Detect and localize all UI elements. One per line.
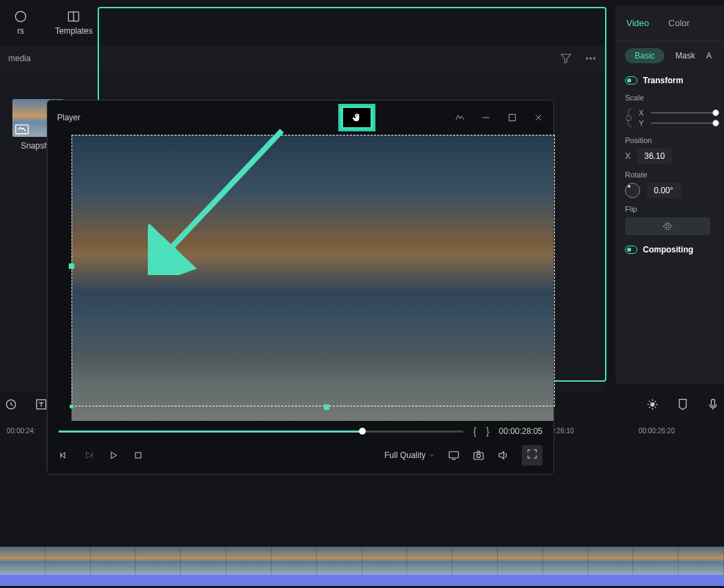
- video-track[interactable]: [0, 547, 724, 574]
- progress-bar: { } 00:00:28:05: [58, 424, 542, 438]
- scale-y-slider[interactable]: [651, 122, 716, 124]
- play-icon[interactable]: [108, 450, 119, 461]
- pan-tool-button[interactable]: [338, 104, 375, 131]
- player-controls: Full Quality: [58, 445, 542, 466]
- tool-icon-mic[interactable]: [706, 398, 720, 411]
- svg-marker-11: [61, 453, 65, 458]
- rotate-value[interactable]: 0.00°: [647, 183, 681, 198]
- quality-label: Full Quality: [384, 450, 426, 460]
- panel-tabs: Video Color: [615, 6, 724, 41]
- progress-track[interactable]: [58, 431, 463, 433]
- snapshot-icon: [14, 122, 30, 135]
- compositing-label: Compositing: [643, 245, 693, 254]
- more-icon[interactable]: [584, 52, 597, 65]
- position-x-value[interactable]: 36.10: [637, 149, 672, 164]
- maximize-icon[interactable]: [507, 112, 518, 123]
- stickers-label: rs: [17, 26, 24, 36]
- transform-toggle-row[interactable]: Transform: [625, 76, 714, 85]
- compositing-toggle[interactable]: [625, 246, 637, 254]
- svg-rect-26: [712, 400, 715, 406]
- progress-thumb[interactable]: [359, 428, 366, 435]
- properties-panel: Video Color Basic Mask A Transform Scale…: [615, 6, 724, 384]
- tool-icon-marker[interactable]: [676, 398, 690, 411]
- step-back-icon[interactable]: [58, 450, 69, 461]
- svg-point-0: [16, 12, 26, 22]
- svg-rect-22: [626, 116, 631, 121]
- scale-x-slider[interactable]: [651, 112, 716, 113]
- media-bar: media: [0, 45, 605, 72]
- scale-link-icon[interactable]: [625, 107, 635, 128]
- stop-icon[interactable]: [133, 450, 144, 461]
- scale-y-label: Y: [639, 119, 646, 127]
- svg-point-20: [476, 454, 480, 457]
- rotate-label: Rotate: [625, 171, 714, 179]
- mark-out-brace[interactable]: }: [486, 426, 490, 437]
- tool-icon-enhance[interactable]: [646, 398, 659, 411]
- flip-label: Flip: [625, 205, 714, 213]
- tab-color[interactable]: Color: [668, 18, 690, 28]
- compositing-toggle-row[interactable]: Compositing: [625, 245, 714, 254]
- ruler-tick-0: 00:00:24:: [7, 427, 36, 435]
- audio-track[interactable]: [0, 574, 724, 586]
- scale-x-label: X: [639, 109, 646, 117]
- close-icon[interactable]: [533, 112, 544, 123]
- flip-horizontal-button[interactable]: [625, 217, 710, 235]
- media-label: media: [8, 54, 31, 63]
- play-alt-icon[interactable]: [83, 450, 94, 461]
- pan-hand-icon: [351, 112, 362, 123]
- svg-rect-16: [135, 453, 141, 458]
- stickers-tab[interactable]: rs: [7, 6, 34, 40]
- tool-icon-text[interactable]: [34, 398, 48, 411]
- svg-rect-8: [509, 114, 515, 120]
- transform-toggle[interactable]: [625, 76, 637, 85]
- subtab-extra[interactable]: A: [706, 51, 712, 61]
- volume-icon[interactable]: [497, 449, 509, 461]
- fullscreen-button[interactable]: [522, 445, 542, 466]
- mark-in-brace[interactable]: {: [473, 426, 476, 437]
- svg-point-5: [593, 58, 595, 59]
- svg-point-25: [651, 403, 655, 406]
- position-label: Position: [625, 136, 714, 144]
- position-x-label: X: [625, 151, 630, 161]
- tab-video[interactable]: Video: [626, 18, 649, 28]
- waveform-icon[interactable]: [454, 112, 465, 123]
- svg-point-4: [590, 58, 591, 59]
- filter-icon[interactable]: [560, 52, 572, 65]
- svg-rect-17: [449, 452, 459, 458]
- player-title: Player: [57, 113, 80, 122]
- svg-marker-15: [111, 452, 117, 458]
- selection-handle-bottom[interactable]: [324, 404, 329, 410]
- preview-viewport[interactable]: [72, 135, 553, 421]
- svg-marker-13: [87, 452, 92, 458]
- chevron-down-icon: [428, 452, 435, 459]
- selection-corner-dot[interactable]: [69, 404, 74, 409]
- player-header: Player: [47, 100, 553, 135]
- transform-label: Transform: [643, 76, 683, 85]
- scale-label: Scale: [625, 94, 714, 102]
- rotate-dial[interactable]: [625, 183, 640, 198]
- minimize-icon[interactable]: [481, 112, 492, 123]
- display-icon[interactable]: [448, 449, 460, 461]
- tool-icon-speed[interactable]: [4, 398, 18, 411]
- templates-tab[interactable]: Templates: [48, 6, 100, 40]
- clip-thumb: [0, 547, 45, 574]
- selection-handle-left[interactable]: [69, 263, 74, 269]
- flip-horizontal-icon: [661, 221, 674, 231]
- subtab-basic[interactable]: Basic: [625, 48, 664, 63]
- subtab-mask[interactable]: Mask: [675, 51, 695, 61]
- ruler-tick-2: 00:00:26:20: [639, 427, 675, 435]
- svg-point-3: [586, 58, 588, 59]
- player-panel: Player { } 00:00:28:05: [47, 100, 554, 475]
- timeline: [0, 543, 724, 588]
- quality-selector[interactable]: Full Quality: [384, 450, 435, 460]
- panel-subtabs: Basic Mask A: [615, 41, 724, 70]
- snapshot-camera-icon[interactable]: [472, 449, 485, 461]
- progress-fill: [58, 431, 362, 433]
- timecode-display: 00:00:28:05: [499, 426, 542, 436]
- templates-label: Templates: [55, 26, 93, 36]
- fullscreen-icon: [526, 448, 538, 460]
